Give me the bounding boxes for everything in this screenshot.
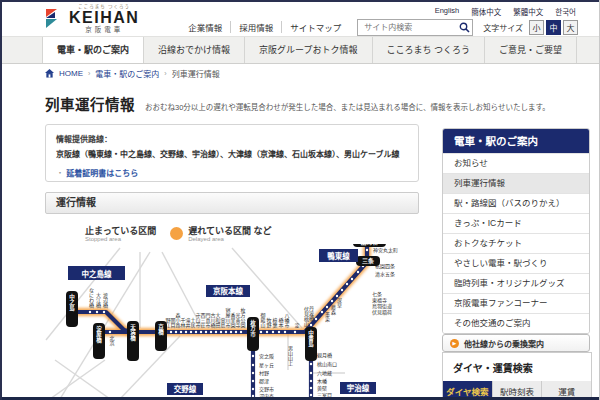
station-label: 木幡 [317, 378, 327, 385]
page-title: 列車運行情報 [45, 93, 135, 114]
breadcrumb-item[interactable]: HOME [59, 69, 83, 78]
route-map-svg: なにわ橋大江橋渡辺橋北浜野江関目森小路千林滝井土居守口市西三荘門真市古川橋大和田… [40, 244, 440, 397]
language-link[interactable]: 簡体中文 [471, 6, 501, 17]
station-dot [195, 331, 197, 333]
station-dot [315, 318, 317, 320]
breadcrumb: HOME›電車・駅のご案内›列車運行情報 [45, 68, 220, 79]
station-dot [326, 306, 328, 308]
search-input[interactable] [362, 22, 459, 33]
keihan-logo[interactable]: こころまち つくろう KEIHAN 京阪電車 [44, 5, 139, 33]
station-dot [310, 394, 312, 396]
page-description: おおむね30分以上の遅れや運転見合わせが発生した場合、または見込まれる場合に、情… [145, 101, 550, 112]
station-dot [215, 331, 217, 333]
station-badge-label: 枚方市 [250, 319, 256, 338]
station-label: 郡津 [259, 378, 269, 385]
operation-info-section-title: 運行情報 [45, 192, 419, 214]
breadcrumb-item[interactable]: 電車・駅のご案内 [95, 68, 159, 79]
station-dot [252, 364, 254, 366]
provided-lines-label: 情報提供路線： [56, 133, 408, 144]
sidebar-item[interactable]: 列車運行情報 [443, 173, 589, 193]
sidebar-title: 電車・駅のご案内 [443, 129, 589, 153]
global-nav-tabs: 電車・駅のご案内沿線おでかけ情報京阪グループおトク情報こころまち つくろうご意見… [42, 37, 577, 63]
station-dot [225, 331, 227, 333]
breadcrumb-item: 列車運行情報 [172, 68, 220, 79]
station-dot [310, 363, 312, 365]
sidebar-item[interactable]: お知らせ [443, 153, 589, 173]
station-badge-label: 京橋 [158, 323, 164, 337]
station-dot [96, 311, 98, 313]
station-dot [170, 331, 172, 333]
line-name-label: 宇治線 [347, 383, 370, 393]
station-dot [310, 372, 312, 374]
nav-tab[interactable]: こころまち つくろう [373, 37, 486, 63]
station-dot [205, 331, 207, 333]
legend-stopped-label: 止まっている区間 [85, 226, 156, 236]
utility-link[interactable]: 企業情報 [180, 21, 230, 33]
sidebar-item[interactable]: 京阪電車ファンコーナー [443, 293, 589, 313]
station-label: 交野市 [259, 386, 274, 393]
nav-tab[interactable]: 京阪グループおトク情報 [245, 37, 372, 63]
keihan-logo-mark [44, 8, 64, 30]
language-link[interactable]: 繁體中文 [513, 6, 543, 17]
station-label: 深草 [336, 297, 342, 309]
station-dot [278, 331, 280, 333]
station-label: 枚方公園 [240, 307, 246, 329]
nav-tab[interactable]: ご意見・ご要望 [485, 37, 577, 63]
station-badge-label: 三条 [362, 257, 375, 265]
delay-certificate-link[interactable]: 延着証明書はこちら [66, 169, 138, 178]
station-dot [351, 278, 353, 280]
station-dot [220, 331, 222, 333]
dia-search-title: ダイヤ・運賃検索 [443, 353, 591, 381]
breadcrumb-separator: › [164, 70, 166, 77]
station-badge-label: 中書島 [308, 329, 314, 348]
station-dot [260, 331, 262, 333]
legend-delayed-label: 遅れている区間 など [188, 226, 271, 236]
sidebar-item[interactable]: やさしい電車・駅づくり [443, 253, 589, 273]
station-label: 観月橋 [317, 352, 332, 359]
bullet: ・ [56, 169, 64, 178]
delayed-area-icon [170, 227, 183, 240]
background-rail-line [55, 360, 110, 397]
nav-tab[interactable]: 沿線おでかけ情報 [144, 37, 245, 63]
sidebar-item[interactable]: おトクなチケット [443, 233, 589, 253]
legend-stopped-sub: Stopped area [85, 236, 156, 243]
transfer-guide-label: 他社線からの乗換案内 [464, 338, 544, 349]
font-size-button[interactable]: 大 [563, 20, 578, 35]
map-legend: 止まっている区間 Stopped area 遅れている区間 など Delayed… [85, 226, 271, 243]
station-dot [230, 331, 232, 333]
sidebar-item[interactable]: その他交通のご案内 [443, 313, 589, 333]
sidebar-menu: お知らせ列車運行情報駅・路線図（バスのりかえ）きっぷ・ICカードおトクなチケット… [443, 153, 589, 333]
language-link[interactable]: English [435, 6, 460, 17]
station-dot [252, 372, 254, 374]
station-label: なにわ橋 [88, 288, 94, 309]
utility-bar: 企業情報採用情報サイトマップ 文字サイズ 小中大 [180, 19, 578, 35]
station-label: 男山山上 [287, 346, 293, 366]
font-size-button[interactable]: 中 [546, 20, 561, 35]
background-rail-line [50, 360, 105, 397]
legend-delayed-sub: Delayed area [188, 236, 271, 243]
sidebar-item[interactable]: 臨時列車・オリジナルグッズ [443, 273, 589, 293]
provided-lines-text: 京阪線（鴨東線・中之島線、交野線、宇治線）、大津線（京津線、石山坂本線）、男山ケ… [56, 148, 408, 159]
utility-link[interactable]: 採用情報 [230, 21, 281, 33]
station-dot [235, 331, 237, 333]
language-links: English簡体中文繁體中文한국어 [435, 6, 576, 17]
station-dot [175, 331, 177, 333]
station-dot [109, 331, 111, 333]
station-label: 星ヶ丘 [259, 362, 274, 369]
site-search-box[interactable] [357, 19, 473, 36]
font-size-button[interactable]: 小 [529, 20, 544, 35]
utility-link[interactable]: サイトマップ [281, 21, 349, 33]
search-icon[interactable] [459, 22, 470, 33]
language-link[interactable]: 한국어 [555, 6, 576, 17]
logo-subtitle: 京阪電車 [85, 27, 123, 34]
station-label: 八幡市 [284, 313, 290, 329]
sidebar-item[interactable]: 駅・路線図（バスのりかえ） [443, 193, 589, 213]
transfer-guide-button[interactable]: ▶ 他社線からの乗換案内 [442, 334, 590, 352]
nav-tab[interactable]: 電車・駅のご案内 [42, 37, 144, 63]
line-name-label: 京阪本線 [213, 286, 243, 296]
station-dot [210, 331, 212, 333]
timetable-fare-search-box: ダイヤ・運賃検索 ダイヤ検索駅時刻表運賃 [442, 352, 592, 400]
sidebar-item[interactable]: きっぷ・ICカード [443, 213, 589, 233]
arrow-circle-icon: ▶ [450, 339, 459, 348]
font-size-label: 文字サイズ [483, 22, 523, 33]
